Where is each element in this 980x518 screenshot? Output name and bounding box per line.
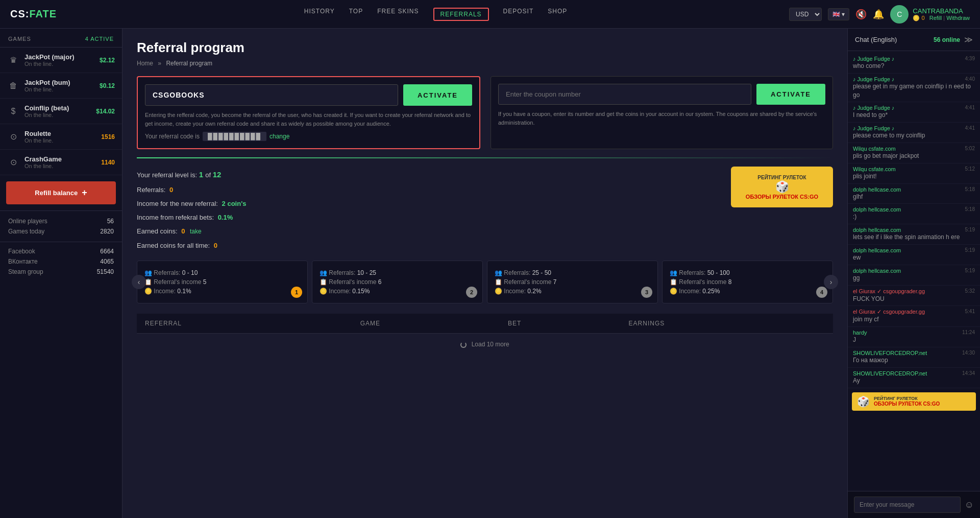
chat-msg-12: el Giurax ✓ csgoupgrader.gg 5:41 join my… <box>848 306 980 327</box>
msg2-user[interactable]: ♪ Judge Fudge ♪ <box>853 105 894 111</box>
active-count: 4 active <box>85 36 114 42</box>
load-more-row[interactable]: Load 10 more <box>137 333 833 355</box>
game-jackpot-major[interactable]: ♛ JackPot (major) On the line. $2.12 <box>0 48 122 73</box>
msg10-text: gg <box>853 274 975 282</box>
chat-msg-4: Wilqu csfate.com 5:02 plis go bet major … <box>848 143 980 163</box>
coinflip-icon: $ <box>7 107 19 116</box>
cards-prev-button[interactable]: ‹ <box>132 275 146 289</box>
earned-stat: Earned coins: 0 take <box>137 224 721 238</box>
msg12-user[interactable]: el Giurax ✓ csgoupgrader.gg <box>853 309 925 315</box>
game-coinflip[interactable]: $ Coinflip (beta) On the line. $14.02 <box>0 99 122 124</box>
roulette-status: On the line. <box>24 137 96 144</box>
card3-referrals: 👥 Referrals: 25 - 50 <box>495 268 650 277</box>
msg14-user[interactable]: SHOWLIVEFORCEDROP.net <box>853 350 927 356</box>
msg1-user[interactable]: ♪ Judge Fudge ♪ <box>853 76 894 82</box>
nav-free-skins[interactable]: FREE SKINS <box>377 8 419 21</box>
refill-link[interactable]: Refill <box>929 15 942 21</box>
nav-deposit[interactable]: DEPOSIT <box>503 8 534 21</box>
roulette-icon: ⊙ <box>7 132 19 142</box>
currency-selector[interactable]: USD <box>789 8 822 21</box>
username[interactable]: CANTRABANDA <box>913 7 970 15</box>
ref-code-input[interactable] <box>145 84 398 106</box>
chat-collapse-button[interactable]: ≫ <box>964 35 973 44</box>
chat-online-count: 56 online <box>934 36 960 43</box>
game-jackpot-bum[interactable]: 🗑 JackPot (bum) On the line. $0.12 <box>0 73 122 99</box>
withdraw-link[interactable]: Withdraw <box>946 15 970 21</box>
game-crashgame[interactable]: ⊙ CrashGame On the line. 1140 <box>0 150 122 175</box>
main-nav: HISTORY TOP FREE SKINS REFERRALS DEPOSIT… <box>82 8 789 21</box>
nav-referrals[interactable]: REFERRALS <box>433 8 489 21</box>
card3-ref-income: 📋 Referral's income 7 <box>495 277 650 287</box>
nav-shop[interactable]: SHOP <box>548 8 567 21</box>
card1-number: 1 <box>291 287 302 298</box>
breadcrumb-home[interactable]: Home <box>137 60 153 67</box>
nav-top[interactable]: TOP <box>349 8 363 21</box>
income-bets-label: Income from refekral bets: <box>137 214 214 221</box>
msg7-time: 5:18 <box>965 206 975 213</box>
msg12-time: 5:41 <box>965 309 975 315</box>
coinflip-amount: $14.02 <box>96 108 115 115</box>
msg4-user[interactable]: Wilqu csfate.com <box>853 146 896 152</box>
chat-header: Chat (English) 56 online ≫ <box>848 29 980 51</box>
nav-history[interactable]: HISTORY <box>304 8 335 21</box>
msg6-user[interactable]: dolph hellcase.com <box>853 186 901 193</box>
msg14-text: Го на мажор <box>853 356 975 365</box>
msg9-time: 5:19 <box>965 247 975 253</box>
social-vk[interactable]: ВКонтакте 4065 <box>8 256 114 267</box>
games-today-value: 2820 <box>100 228 114 235</box>
msg5-text: plis joint! <box>853 172 975 181</box>
banner[interactable]: РЕЙТИНГ РУЛЕТОК 🎲 ОБЗОРЫ РУЛЕТОК CS:GO <box>731 167 833 207</box>
vk-count: 4065 <box>100 258 114 265</box>
msg10-user[interactable]: dolph hellcase.com <box>853 268 901 274</box>
chat-msg-6: dolph hellcase.com 5:18 glhf <box>848 184 980 204</box>
referrals-label: Referrals: <box>137 186 165 194</box>
cards-next-button[interactable]: › <box>824 275 838 289</box>
ref-code-activate-button[interactable]: ACTIVATE <box>403 84 472 106</box>
social-steam[interactable]: Steam group 51540 <box>8 267 114 277</box>
chat-banner[interactable]: 🎲 РЕЙТИНГ РУЛЕТОК ОБЗОРЫ РУЛЕТОК CS:GO <box>848 388 980 415</box>
msg0-user[interactable]: ♪ Judge Fudge ♪ <box>853 56 894 62</box>
refill-balance-button[interactable]: Refill balance + <box>6 181 116 204</box>
chat-msg-8: dolph hellcase.com 5:19 lets see if i li… <box>848 224 980 245</box>
msg5-user[interactable]: Wilqu csfate.com <box>853 166 896 172</box>
col-bet: Bet <box>500 314 621 334</box>
chat-msg-11: el Giurax ✓ csgoupgrader.gg 5:32 FUCK YO… <box>848 286 980 307</box>
chat-msg-2: ♪ Judge Fudge ♪ 4:41 I need to go* <box>848 102 980 123</box>
referrals-val: 0 <box>169 186 173 194</box>
msg0-time: 4:39 <box>965 56 975 62</box>
banner-text2: ОБЗОРЫ РУЛЕТОК CS:GO <box>746 194 818 200</box>
sidebar-games-header: GAMES 4 active <box>0 29 122 48</box>
jackpot-bum-name: JackPot (bum) <box>24 79 94 86</box>
ref-code-label: Your referral code is <box>145 133 200 140</box>
msg8-user[interactable]: dolph hellcase.com <box>853 227 901 233</box>
language-selector[interactable]: 🇬🇧 ▾ <box>828 8 849 20</box>
msg3-user[interactable]: ♪ Judge Fudge ♪ <box>853 125 894 131</box>
online-label: Online players <box>8 218 47 225</box>
msg15-user[interactable]: SHOWLIVEFORCEDROP.net <box>853 370 927 376</box>
take-link[interactable]: take <box>190 228 202 235</box>
chat-msg-7: dolph hellcase.com 5:18 :) <box>848 204 980 224</box>
chat-msg-13: hardy 11:24 J <box>848 327 980 347</box>
chat-emoji-button[interactable]: ☺ <box>965 500 974 510</box>
level-card-2: 👥 Referrals: 10 - 25 📋 Referral's income… <box>312 261 483 303</box>
msg7-user[interactable]: dolph hellcase.com <box>853 206 901 213</box>
coupon-activate-button[interactable]: ACTIVATE <box>756 84 825 105</box>
msg13-user[interactable]: hardy <box>853 329 867 336</box>
chat-msg-15: SHOWLIVEFORCEDROP.net 14:34 Ау <box>848 368 980 388</box>
chat-msg-3: ♪ Judge Fudge ♪ 4:41 please come to my c… <box>848 123 980 143</box>
user-details: CANTRABANDA 🪙 0 Refill | Withdraw <box>913 7 970 21</box>
game-roulette[interactable]: ⊙ Roulette On the line. 1516 <box>0 124 122 150</box>
msg2-time: 4:41 <box>965 105 975 111</box>
sound-toggle[interactable]: 🔇 <box>855 9 867 20</box>
msg11-user[interactable]: el Giurax ✓ csgoupgrader.gg <box>853 288 925 295</box>
msg9-user[interactable]: dolph hellcase.com <box>853 247 901 253</box>
logo[interactable]: CS:FATE <box>10 8 57 20</box>
change-ref-code[interactable]: change <box>270 133 289 140</box>
notification-bell[interactable]: 🔔 <box>873 9 884 20</box>
coupon-input[interactable] <box>498 84 751 105</box>
crashgame-status: On the line. <box>24 163 96 169</box>
card4-number: 4 <box>816 287 827 298</box>
chat-input[interactable] <box>854 497 961 513</box>
social-facebook[interactable]: Facebook 6664 <box>8 246 114 256</box>
crashgame-name: CrashGame <box>24 155 96 163</box>
